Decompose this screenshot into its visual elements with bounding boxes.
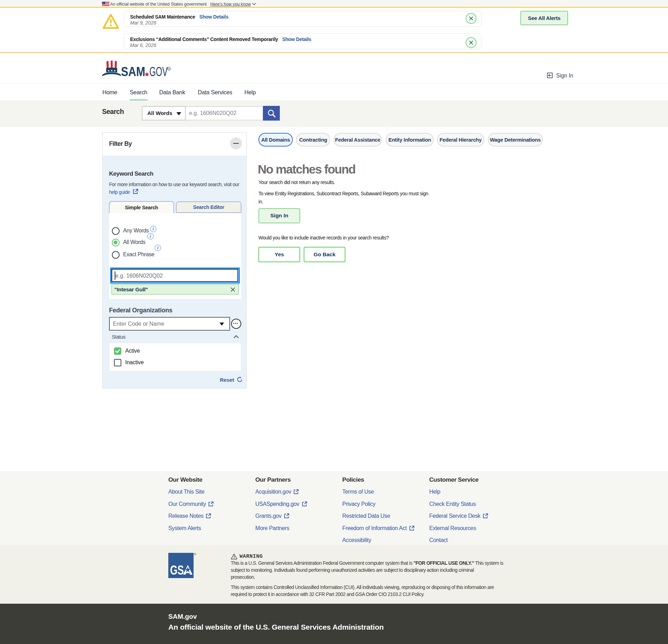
svg-text:GOV: GOV xyxy=(149,65,168,78)
svg-text:GS: GS xyxy=(170,563,184,577)
svg-text:R: R xyxy=(168,68,170,70)
svg-text:SAM: SAM xyxy=(121,65,145,78)
